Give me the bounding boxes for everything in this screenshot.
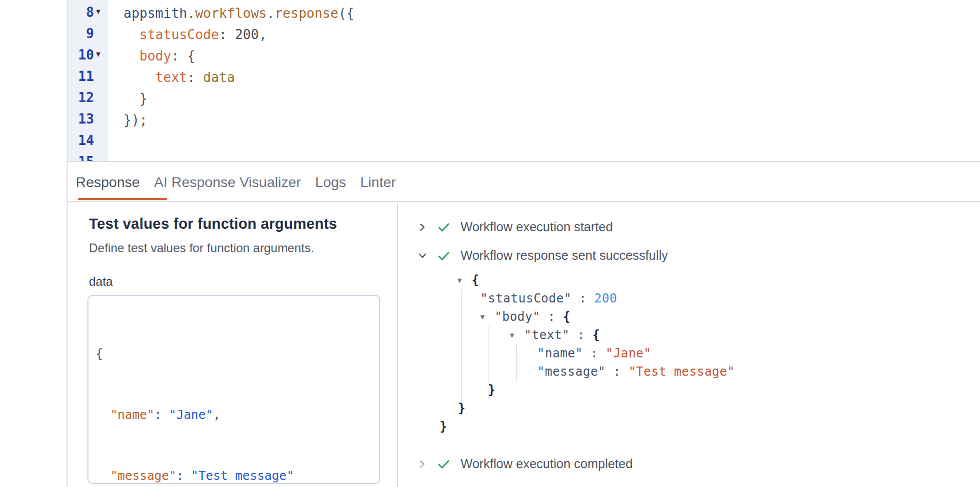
tree-string-value: "Jane" — [606, 344, 652, 362]
code-token: response — [274, 6, 338, 21]
fold-arrow-icon[interactable]: ▾ — [96, 49, 101, 59]
data-argument-json[interactable]: { "name": "Jane", "message": "Test messa… — [88, 296, 379, 484]
code-token: : { — [171, 48, 195, 64]
code-text[interactable]: text: data — [108, 70, 235, 85]
gutter-cell: 11 — [68, 67, 108, 88]
gutter-cell: 8 ▾ — [68, 3, 108, 24]
data-argument-input[interactable]: { "name": "Jane", "message": "Test messa… — [87, 295, 380, 484]
panel-description: Define test values for function argument… — [89, 241, 314, 255]
json-line: "name": "Jane", — [96, 405, 379, 425]
tab-ai-response-visualizer[interactable]: AI Response Visualizer — [153, 163, 302, 201]
code-text[interactable]: } — [108, 91, 147, 106]
log-entry-label: Workflow execution started — [461, 220, 613, 234]
code-token: workflows — [195, 6, 267, 21]
tree-brace: { — [472, 271, 479, 289]
code-line[interactable]: 15 — [68, 152, 980, 162]
success-check-icon — [437, 457, 451, 471]
panel-title: Test values for function arguments — [89, 216, 337, 232]
collapse-triangle-icon[interactable]: ▾ — [480, 308, 491, 326]
tree-string-value: "Test message" — [628, 362, 734, 381]
workflow-editor-screen: 8 ▾ appsmith.workflows.response({ 9 stat… — [0, 0, 980, 487]
code-text[interactable]: }); — [108, 112, 147, 128]
chevron-right-icon[interactable] — [417, 222, 428, 233]
code-token: }); — [124, 112, 147, 128]
code-token: . — [187, 6, 195, 21]
tree-row-name: "name" : "Jane" — [537, 344, 735, 362]
line-number: 15 — [68, 154, 94, 162]
json-line: "message": "Test message" — [96, 466, 379, 484]
chevron-down-icon[interactable] — [417, 250, 428, 261]
code-token: body — [124, 48, 171, 64]
success-check-icon — [437, 249, 451, 263]
code-token: } — [124, 91, 147, 106]
code-line[interactable]: 12 } — [68, 88, 980, 109]
line-number: 12 — [68, 90, 94, 105]
code-line[interactable]: 8 ▾ appsmith.workflows.response({ — [68, 3, 980, 24]
line-number: 8 — [68, 5, 94, 20]
code-token: appsmith — [124, 6, 187, 21]
tree-number-value: 200 — [594, 289, 617, 308]
test-values-panel: Test values for function arguments Defin… — [68, 203, 398, 487]
tree-children: "statusCode" : 200 ▾ "body" : { ▾ "text"… — [461, 289, 735, 417]
gutter-cell: 13 — [68, 109, 108, 131]
code-token: ({ — [339, 6, 354, 21]
fold-arrow-icon[interactable]: ▾ — [96, 6, 101, 16]
gutter-cell: 15 — [68, 152, 108, 162]
tab-linter[interactable]: Linter — [359, 163, 397, 201]
execution-log-panel: Workflow execution started Workflow resp… — [399, 203, 980, 487]
collapse-triangle-icon[interactable]: ▾ — [510, 326, 520, 344]
tree-closing-brace: } — [488, 381, 735, 399]
code-text[interactable]: body: { — [108, 48, 195, 64]
code-token: , — [259, 27, 267, 42]
code-token: 200 — [235, 27, 259, 42]
code-line[interactable]: 14 — [68, 131, 980, 152]
code-token: data — [203, 70, 235, 85]
collapse-triangle-icon[interactable]: ▾ — [457, 271, 468, 289]
response-json-tree: ▾ { "statusCode" : 200 ▾ "body" : { ▾ "t — [457, 271, 735, 436]
tree-children: ▾ "text" : { "name" : "Jane" "message" :… — [488, 326, 735, 399]
json-line: { — [96, 344, 379, 364]
tree-children: "name" : "Jane" "message" : "Test messag… — [516, 344, 735, 381]
log-entry-label: Workflow response sent successfully — [461, 248, 668, 263]
gutter-cell: 9 — [68, 24, 108, 45]
tree-closing-brace: } — [458, 399, 735, 417]
tree-row-statuscode: "statusCode" : 200 — [480, 289, 735, 308]
bottom-pane-tabbar: Response AI Response Visualizer Logs Lin… — [68, 163, 980, 202]
chevron-right-icon[interactable] — [417, 459, 428, 470]
tab-logs[interactable]: Logs — [314, 163, 347, 201]
success-check-icon — [437, 220, 451, 234]
argument-label-data: data — [89, 275, 113, 289]
line-number: 9 — [68, 26, 94, 41]
log-entry-label: Workflow execution completed — [461, 456, 633, 471]
line-number: 10 — [68, 47, 94, 63]
gutter-cell: 10 ▾ — [68, 45, 108, 67]
log-entry-execution-completed[interactable]: Workflow execution completed — [417, 456, 633, 471]
tree-row-text: ▾ "text" : { — [510, 326, 735, 344]
tab-response[interactable]: Response — [75, 163, 141, 201]
code-token: statusCode — [124, 27, 219, 42]
code-line[interactable]: 10 ▾ body: { — [68, 45, 980, 67]
code-line[interactable]: 9 statusCode: 200, — [68, 24, 980, 45]
tree-row-body: ▾ "body" : { — [480, 308, 735, 326]
tree-row-message: "message" : "Test message" — [537, 362, 735, 381]
code-token: : — [219, 27, 235, 42]
main-panel: 8 ▾ appsmith.workflows.response({ 9 stat… — [67, 0, 980, 487]
code-token: text — [124, 70, 187, 85]
gutter-cell: 14 — [68, 131, 108, 152]
code-text[interactable]: statusCode: 200, — [108, 27, 267, 42]
code-line[interactable]: 11 text: data — [68, 67, 980, 88]
line-number: 13 — [68, 111, 94, 127]
code-token: . — [267, 6, 275, 21]
line-number: 11 — [68, 69, 94, 84]
code-text[interactable]: appsmith.workflows.response({ — [108, 6, 354, 21]
tree-closing-brace: } — [440, 417, 735, 436]
line-number: 14 — [68, 133, 94, 148]
code-line[interactable]: 13 }); — [68, 109, 980, 131]
gutter-cell: 12 — [68, 88, 108, 109]
tree-root-row: ▾ { — [457, 271, 735, 289]
code-editor[interactable]: 8 ▾ appsmith.workflows.response({ 9 stat… — [68, 0, 980, 162]
code-lines: 8 ▾ appsmith.workflows.response({ 9 stat… — [68, 3, 980, 162]
log-entry-execution-started[interactable]: Workflow execution started — [417, 220, 613, 234]
code-token: : — [187, 70, 203, 85]
log-entry-response-sent[interactable]: Workflow response sent successfully — [417, 248, 668, 263]
